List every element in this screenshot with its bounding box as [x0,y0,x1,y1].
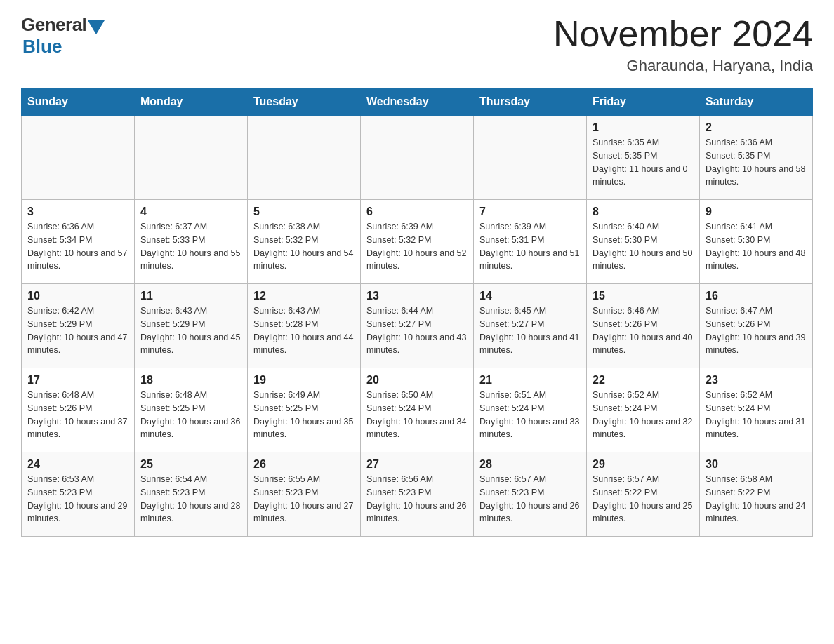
calendar-cell: 29Sunrise: 6:57 AM Sunset: 5:22 PM Dayli… [587,452,700,537]
day-info: Sunrise: 6:46 AM Sunset: 5:26 PM Dayligh… [593,304,694,357]
day-number: 4 [140,206,241,218]
logo-blue-text: Blue [22,36,62,58]
day-info: Sunrise: 6:53 AM Sunset: 5:23 PM Dayligh… [27,473,128,525]
day-number: 8 [593,206,694,218]
header-cell-tuesday: Tuesday [248,88,361,116]
calendar-cell: 8Sunrise: 6:40 AM Sunset: 5:30 PM Daylig… [587,200,700,284]
day-number: 27 [366,458,468,471]
week-row-4: 17Sunrise: 6:48 AM Sunset: 5:26 PM Dayli… [22,368,813,452]
header: General Blue November 2024 Gharaunda, Ha… [21,14,813,75]
calendar-cell: 12Sunrise: 6:43 AM Sunset: 5:28 PM Dayli… [248,284,361,368]
calendar-cell: 21Sunrise: 6:51 AM Sunset: 5:24 PM Dayli… [474,368,587,452]
calendar-cell: 14Sunrise: 6:45 AM Sunset: 5:27 PM Dayli… [474,284,587,368]
week-row-3: 10Sunrise: 6:42 AM Sunset: 5:29 PM Dayli… [22,284,813,368]
calendar-cell: 28Sunrise: 6:57 AM Sunset: 5:23 PM Dayli… [474,452,587,537]
day-info: Sunrise: 6:57 AM Sunset: 5:23 PM Dayligh… [479,473,581,525]
calendar-cell: 17Sunrise: 6:48 AM Sunset: 5:26 PM Dayli… [22,368,135,452]
day-info: Sunrise: 6:38 AM Sunset: 5:32 PM Dayligh… [253,220,355,273]
day-info: Sunrise: 6:50 AM Sunset: 5:24 PM Dayligh… [366,389,468,441]
day-number: 20 [366,374,468,387]
day-number: 9 [706,206,807,218]
header-cell-sunday: Sunday [22,88,135,116]
day-number: 22 [593,374,694,387]
calendar-cell: 2Sunrise: 6:36 AM Sunset: 5:35 PM Daylig… [700,116,813,200]
calendar-cell: 19Sunrise: 6:49 AM Sunset: 5:25 PM Dayli… [248,368,361,452]
day-number: 3 [27,206,128,218]
day-info: Sunrise: 6:37 AM Sunset: 5:33 PM Dayligh… [140,220,241,273]
day-info: Sunrise: 6:55 AM Sunset: 5:23 PM Dayligh… [253,473,355,525]
calendar-cell [248,116,361,200]
calendar-cell: 1Sunrise: 6:35 AM Sunset: 5:35 PM Daylig… [587,116,700,200]
calendar-cell: 25Sunrise: 6:54 AM Sunset: 5:23 PM Dayli… [135,452,248,537]
calendar-cell: 30Sunrise: 6:58 AM Sunset: 5:22 PM Dayli… [700,452,813,537]
day-info: Sunrise: 6:49 AM Sunset: 5:25 PM Dayligh… [253,389,355,441]
day-info: Sunrise: 6:36 AM Sunset: 5:34 PM Dayligh… [27,220,128,273]
day-info: Sunrise: 6:45 AM Sunset: 5:27 PM Dayligh… [479,304,581,357]
day-info: Sunrise: 6:57 AM Sunset: 5:22 PM Dayligh… [593,473,694,525]
calendar-cell: 3Sunrise: 6:36 AM Sunset: 5:34 PM Daylig… [22,200,135,284]
day-number: 13 [366,290,468,302]
day-info: Sunrise: 6:43 AM Sunset: 5:29 PM Dayligh… [140,304,241,357]
calendar-cell: 7Sunrise: 6:39 AM Sunset: 5:31 PM Daylig… [474,200,587,284]
day-number: 16 [706,290,807,302]
day-number: 11 [140,290,241,302]
calendar-cell: 5Sunrise: 6:38 AM Sunset: 5:32 PM Daylig… [248,200,361,284]
day-number: 23 [706,374,807,387]
calendar-cell: 6Sunrise: 6:39 AM Sunset: 5:32 PM Daylig… [361,200,474,284]
day-info: Sunrise: 6:51 AM Sunset: 5:24 PM Dayligh… [479,389,581,441]
logo-general-text: General [21,14,86,36]
header-cell-monday: Monday [135,88,248,116]
week-row-1: 1Sunrise: 6:35 AM Sunset: 5:35 PM Daylig… [22,116,813,200]
week-row-2: 3Sunrise: 6:36 AM Sunset: 5:34 PM Daylig… [22,200,813,284]
day-info: Sunrise: 6:40 AM Sunset: 5:30 PM Dayligh… [593,220,694,273]
day-info: Sunrise: 6:58 AM Sunset: 5:22 PM Dayligh… [706,473,807,525]
day-info: Sunrise: 6:47 AM Sunset: 5:26 PM Dayligh… [706,304,807,357]
day-info: Sunrise: 6:52 AM Sunset: 5:24 PM Dayligh… [706,389,807,441]
calendar-cell: 11Sunrise: 6:43 AM Sunset: 5:29 PM Dayli… [135,284,248,368]
logo-triangle-icon [88,20,105,34]
day-info: Sunrise: 6:35 AM Sunset: 5:35 PM Dayligh… [593,136,694,189]
calendar-cell: 26Sunrise: 6:55 AM Sunset: 5:23 PM Dayli… [248,452,361,537]
calendar-cell: 18Sunrise: 6:48 AM Sunset: 5:25 PM Dayli… [135,368,248,452]
calendar-cell: 13Sunrise: 6:44 AM Sunset: 5:27 PM Dayli… [361,284,474,368]
day-info: Sunrise: 6:56 AM Sunset: 5:23 PM Dayligh… [366,473,468,525]
day-info: Sunrise: 6:52 AM Sunset: 5:24 PM Dayligh… [593,389,694,441]
calendar-cell: 22Sunrise: 6:52 AM Sunset: 5:24 PM Dayli… [587,368,700,452]
day-info: Sunrise: 6:41 AM Sunset: 5:30 PM Dayligh… [706,220,807,273]
calendar-cell [22,116,135,200]
day-number: 29 [593,458,694,471]
day-number: 6 [366,206,468,218]
day-number: 1 [593,121,694,134]
day-number: 10 [27,290,128,302]
day-info: Sunrise: 6:39 AM Sunset: 5:32 PM Dayligh… [366,220,468,273]
day-number: 28 [479,458,581,471]
calendar-title: November 2024 [553,14,813,54]
day-number: 25 [140,458,241,471]
calendar-table: SundayMondayTuesdayWednesdayThursdayFrid… [21,88,813,537]
week-row-5: 24Sunrise: 6:53 AM Sunset: 5:23 PM Dayli… [22,452,813,537]
day-number: 17 [27,374,128,387]
header-cell-thursday: Thursday [474,88,587,116]
calendar-cell: 9Sunrise: 6:41 AM Sunset: 5:30 PM Daylig… [700,200,813,284]
calendar-cell: 27Sunrise: 6:56 AM Sunset: 5:23 PM Dayli… [361,452,474,537]
title-area: November 2024 Gharaunda, Haryana, India [553,14,813,75]
day-info: Sunrise: 6:48 AM Sunset: 5:25 PM Dayligh… [140,389,241,441]
calendar-cell [361,116,474,200]
day-number: 26 [253,458,355,471]
calendar-cell: 10Sunrise: 6:42 AM Sunset: 5:29 PM Dayli… [22,284,135,368]
day-info: Sunrise: 6:39 AM Sunset: 5:31 PM Dayligh… [479,220,581,273]
day-info: Sunrise: 6:42 AM Sunset: 5:29 PM Dayligh… [27,304,128,357]
day-info: Sunrise: 6:36 AM Sunset: 5:35 PM Dayligh… [706,136,807,189]
day-info: Sunrise: 6:44 AM Sunset: 5:27 PM Dayligh… [366,304,468,357]
day-info: Sunrise: 6:48 AM Sunset: 5:26 PM Dayligh… [27,389,128,441]
day-number: 15 [593,290,694,302]
calendar-cell: 15Sunrise: 6:46 AM Sunset: 5:26 PM Dayli… [587,284,700,368]
calendar-cell: 16Sunrise: 6:47 AM Sunset: 5:26 PM Dayli… [700,284,813,368]
calendar-header: SundayMondayTuesdayWednesdayThursdayFrid… [22,88,813,116]
day-number: 24 [27,458,128,471]
day-info: Sunrise: 6:54 AM Sunset: 5:23 PM Dayligh… [140,473,241,525]
day-number: 14 [479,290,581,302]
calendar-cell: 23Sunrise: 6:52 AM Sunset: 5:24 PM Dayli… [700,368,813,452]
day-number: 12 [253,290,355,302]
calendar-cell [135,116,248,200]
